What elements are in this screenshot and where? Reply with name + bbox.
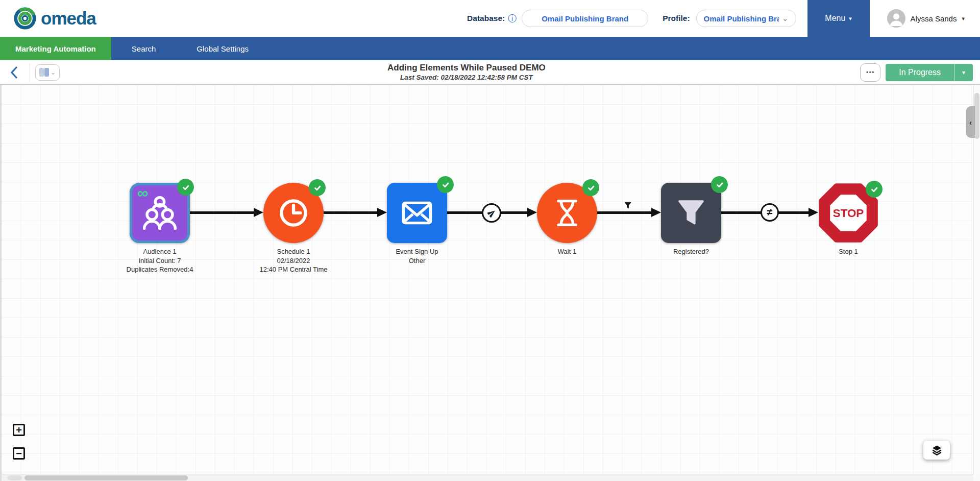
app-header: omeda Database: ⓘ Omail Publishing Brand… — [0, 0, 980, 37]
workflow-canvas[interactable]: ≠ ∞ Audience 1 Initial Count: 7 Duplicat… — [0, 85, 980, 481]
last-saved-timestamp: Last Saved: 02/18/2022 12:42:58 PM CST — [387, 74, 546, 82]
logo-wordmark: omeda — [41, 8, 96, 29]
user-name: Alyssa Sands — [911, 14, 957, 23]
label-line: Audience 1 — [99, 247, 221, 256]
check-icon — [870, 185, 879, 194]
node-schedule[interactable] — [263, 183, 324, 243]
label-line: Initial Count: 7 — [99, 256, 221, 266]
node-wait[interactable] — [537, 183, 597, 243]
check-icon — [313, 183, 322, 193]
omeda-logo[interactable]: omeda — [13, 7, 96, 30]
nav-item-marketing-automation[interactable]: Marketing Automation — [0, 37, 111, 60]
split-panels-icon — [39, 68, 49, 77]
main-nav: Marketing Automation Search Global Setti… — [0, 37, 980, 60]
horizontal-scrollbar-thumb[interactable] — [24, 475, 188, 480]
node-label-schedule: Schedule 1 02/18/2022 12:40 PM Central T… — [232, 247, 355, 274]
label-line: Stop 1 — [787, 247, 910, 256]
label-line: Duplicates Removed:4 — [99, 265, 221, 274]
paper-plane-icon — [487, 209, 496, 218]
workflow-toolbar: ⌄ Adding Elements While Paused DEMO Last… — [0, 60, 980, 85]
check-icon — [441, 180, 450, 189]
nav-item-global-settings[interactable]: Global Settings — [176, 37, 269, 60]
split-view-button[interactable]: ⌄ — [35, 64, 60, 81]
status-dropdown-button[interactable]: ▾ — [954, 64, 973, 81]
toolbar-divider — [30, 64, 30, 81]
chevron-left-icon — [10, 66, 18, 79]
arrowhead-icon — [651, 208, 661, 217]
node-label-event-signup: Event Sign Up Other — [356, 247, 478, 265]
node-event-signup[interactable] — [387, 183, 447, 243]
page-title: Adding Elements While Paused DEMO — [387, 62, 546, 73]
check-icon — [715, 180, 724, 189]
ellipsis-icon: ••• — [866, 68, 875, 76]
arrowhead-icon — [527, 208, 537, 217]
email-sent-connector[interactable] — [482, 203, 501, 223]
label-line: Registered? — [630, 247, 752, 256]
title-block: Adding Elements While Paused DEMO Last S… — [387, 62, 546, 82]
complete-check-badge — [711, 176, 728, 193]
nav-label: Marketing Automation — [15, 44, 96, 53]
chevron-down-icon: ▾ — [962, 69, 965, 76]
label-line: 12:40 PM Central Time — [232, 265, 355, 274]
node-label-registered: Registered? — [630, 247, 752, 256]
database-value: Omail Publishing Brand — [542, 14, 628, 23]
zoom-in-button[interactable]: + — [13, 424, 25, 436]
horizontal-scrollbar[interactable] — [2, 474, 973, 481]
menu-button[interactable]: Menu ▾ — [807, 0, 870, 37]
chevron-left-icon: ‹ — [969, 118, 972, 127]
node-label-wait: Wait 1 — [506, 247, 628, 256]
arrowhead-icon — [808, 208, 818, 217]
back-button[interactable] — [4, 64, 24, 81]
vertical-scrollbar-thumb[interactable] — [974, 93, 979, 139]
label-line: Other — [356, 256, 478, 266]
nav-label: Global Settings — [197, 44, 249, 53]
status-button[interactable]: In Progress ▾ — [886, 64, 973, 81]
profile-label: Profile: — [663, 14, 690, 23]
more-options-button[interactable]: ••• — [860, 63, 880, 82]
zoom-out-button[interactable]: − — [13, 447, 25, 460]
minus-icon: − — [16, 448, 22, 459]
complete-check-badge — [437, 176, 454, 193]
horizontal-scrollbar-cap — [8, 475, 22, 480]
avatar — [887, 9, 905, 28]
chevron-down-icon: ⌄ — [782, 14, 789, 23]
check-icon — [181, 183, 190, 192]
connector-line — [190, 211, 255, 214]
connector-line — [596, 211, 652, 214]
profile-selector[interactable]: Omail Publishing Bran ⌄ — [696, 10, 796, 27]
plus-icon: + — [16, 425, 22, 435]
svg-text:STOP: STOP — [833, 207, 864, 220]
chevron-down-icon: ▾ — [962, 15, 965, 22]
not-equal-connector[interactable]: ≠ — [761, 203, 779, 222]
node-audience[interactable]: ∞ — [130, 183, 190, 243]
audience-people-icon — [140, 194, 179, 232]
nav-label: Search — [132, 44, 156, 53]
layers-icon — [931, 444, 943, 456]
complete-check-badge — [582, 179, 599, 196]
scrollbar-corner — [973, 474, 980, 481]
vertical-scrollbar[interactable] — [973, 85, 980, 474]
user-menu[interactable]: Alyssa Sands ▾ — [887, 9, 965, 28]
node-stop[interactable]: STOP — [818, 183, 878, 243]
arrowhead-icon — [254, 208, 263, 217]
layers-button[interactable] — [923, 441, 950, 460]
clock-icon — [275, 195, 312, 231]
complete-check-badge — [177, 179, 194, 196]
database-selector[interactable]: Omail Publishing Brand — [522, 10, 648, 27]
person-icon — [887, 9, 905, 28]
menu-label: Menu — [825, 14, 845, 23]
node-registered-filter[interactable] — [661, 183, 721, 243]
envelope-icon — [398, 194, 436, 232]
nav-item-search[interactable]: Search — [111, 37, 177, 60]
not-equal-icon: ≠ — [767, 206, 773, 219]
funnel-icon — [624, 201, 632, 209]
label-line: Wait 1 — [506, 247, 628, 256]
database-label: Database: — [467, 14, 505, 23]
info-icon[interactable]: ⓘ — [508, 13, 517, 25]
funnel-icon — [672, 194, 710, 232]
status-label: In Progress — [886, 64, 954, 81]
panel-collapse-handle[interactable]: ‹ — [966, 106, 975, 138]
omeda-logo-icon — [13, 7, 37, 30]
complete-check-badge — [866, 181, 883, 198]
complete-check-badge — [309, 179, 326, 196]
